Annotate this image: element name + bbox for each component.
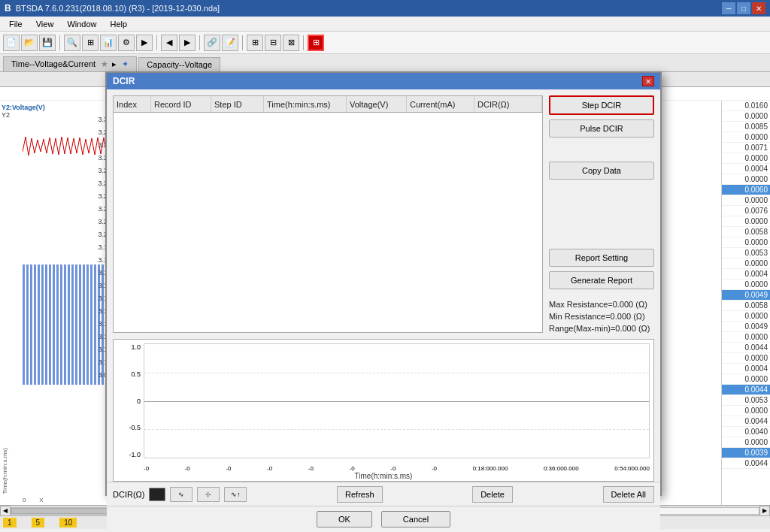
svg-rect-2 [30,264,32,385]
copy-data-btn[interactable]: Copy Data [549,162,654,180]
svg-rect-0 [23,264,25,385]
menu-window[interactable]: Window [61,18,102,30]
line-style-2[interactable]: ⊹ [197,487,220,502]
tb-zoom[interactable]: 🔍 [64,35,80,51]
right-col-cell: 0.0044 [722,416,770,427]
tb-config[interactable]: ⚙ [118,35,135,51]
right-col-cell: 0.0044 [722,458,770,469]
grid-line-3 [144,429,649,430]
right-col-cell: 0.0000 [722,311,770,322]
th-dcir: DCIR(Ω) [474,96,542,112]
tb-open[interactable]: 📂 [21,35,38,51]
chart-y-labels: 1.0 0.5 0 -0.5 -1.0 [114,343,142,458]
tb-active-func[interactable]: ⊞ [308,35,324,51]
report-setting-btn[interactable]: Report Setting [549,249,654,267]
right-col-cell: 0.0000 [722,258,770,269]
right-col-cell: 0.0044 [722,385,770,395]
right-col-cell: 0.0000 [722,153,770,164]
svg-rect-6 [45,264,47,385]
tab-bar: Time--Voltage&Current ★ ▸ ✦ Capacity--Vo… [0,54,770,72]
right-values-col: 0.01600.00000.00850.00000.00710.00000.00… [721,101,770,505]
chart-left: Y2:Voltage(V) Y2 3.30 3.28 3.27 3.26 3.2… [0,101,117,505]
tab-capacity-voltage[interactable]: Capacity--Voltage [138,57,220,71]
right-col-cell: 0.0053 [722,248,770,258]
right-col-cell: 0.0000 [722,353,770,364]
right-col-cell: 0.0060 [722,185,770,195]
dcir-table: Index Record ID Step ID Time(h:min:s.ms)… [113,95,543,333]
menu-file[interactable]: File [3,18,29,30]
minimize-button[interactable]: ─ [722,2,735,14]
right-col-cell: 0.0000 [722,374,770,385]
x-axis-time-label: Time(h:min:s.ms) [2,448,8,494]
refresh-btn[interactable]: Refresh [337,486,383,503]
svg-rect-20 [98,264,100,385]
menu-help[interactable]: Help [105,18,134,30]
th-record-id: Record ID [151,96,211,112]
right-col-cell: 0.0058 [722,227,770,237]
tb-save[interactable]: 💾 [39,35,56,51]
dcir-dialog: DCIR ✕ Index Record ID Step ID Time(h:mi… [105,71,662,496]
svg-rect-16 [83,264,85,385]
tb-filter[interactable]: ⊞ [82,35,99,51]
tb-play[interactable]: ▶ [136,35,153,51]
line-style-1[interactable]: ∿ [170,487,192,502]
th-step-id: Step ID [211,96,264,112]
right-col-cell: 0.0000 [722,237,770,248]
maximize-button[interactable]: □ [737,2,750,14]
delete-btn[interactable]: Delete [472,486,513,503]
tb-connect[interactable]: 🔗 [204,35,220,51]
svg-rect-13 [71,264,74,385]
tb-export2[interactable]: ⊟ [265,35,281,51]
tb-sep3 [199,35,200,50]
page-nav-1[interactable]: 1 [3,518,17,527]
scroll-right-btn[interactable]: ▶ [759,506,770,516]
tb-sep4 [242,35,243,50]
dialog-title: DCIR [113,76,135,86]
dialog-close-btn[interactable]: ✕ [642,76,654,86]
scroll-left-btn[interactable]: ◀ [0,506,11,516]
cancel-btn[interactable]: Cancel [381,511,450,527]
tb-new[interactable]: 📄 [3,35,20,51]
th-current: Current(mA) [407,96,474,112]
menu-view[interactable]: View [30,18,60,30]
color-swatch[interactable] [149,488,165,501]
right-col-cell: 0.0000 [722,437,770,448]
right-col-cell: 0.0160 [722,101,770,111]
tb-export1[interactable]: ⊞ [247,35,263,51]
dialog-body: Index Record ID Step ID Time(h:min:s.ms)… [107,89,660,339]
close-button[interactable]: ✕ [752,2,765,14]
step-dcir-btn[interactable]: Step DCIR [549,95,654,115]
right-col-cell: 0.0039 [722,448,770,458]
table-body [114,113,542,332]
min-resistance: Min Resistance=0.000 (Ω) [549,312,654,321]
generate-report-btn[interactable]: Generate Report [549,271,654,289]
right-col-cell: 0.0044 [722,343,770,353]
right-col-cell: 0.0000 [722,406,770,416]
svg-rect-11 [64,264,66,385]
tb-report[interactable]: 📝 [222,35,238,51]
page-nav-items: 1 5 10 [3,518,77,527]
tb-back[interactable]: ◀ [161,35,177,51]
svg-rect-18 [90,264,92,385]
chart-x-title: Time(h:min:s.ms) [355,472,413,480]
right-col-cell: 0.0076 [722,206,770,216]
delete-all-btn[interactable]: Delete All [603,486,654,503]
right-col-cell: 0.0000 [722,111,770,122]
page-nav-5[interactable]: 5 [32,518,45,527]
tb-fwd[interactable]: ▶ [179,35,196,51]
y2-indicator: Y2 [2,111,10,119]
tb-chart[interactable]: 📊 [100,35,117,51]
dialog-bottom-toolbar: DCIR(Ω) ∿ ⊹ ∿↑ Refresh Delete Delete All [107,482,660,506]
line-style-3[interactable]: ∿↑ [224,487,247,502]
tb-export3[interactable]: ⊠ [283,35,299,51]
table-header: Index Record ID Step ID Time(h:min:s.ms)… [114,96,542,113]
right-col-cell: 0.0058 [722,301,770,311]
svg-rect-21 [102,264,104,385]
app-title: BTSDA 7.6.0.231(2018.08.10) (R3) - [2019… [16,4,220,13]
ok-btn[interactable]: OK [317,511,372,527]
dcir-chart-area: 1.0 0.5 0 -0.5 -1.0 -0 -0 -0 -0 [113,339,654,482]
page-nav-10[interactable]: 10 [59,518,77,527]
pulse-dcir-btn[interactable]: Pulse DCIR [549,119,654,138]
th-time: Time(h:min:s.ms) [264,96,347,112]
tab-time-voltage[interactable]: Time--Voltage&Current ★ ▸ ✦ [3,56,137,71]
